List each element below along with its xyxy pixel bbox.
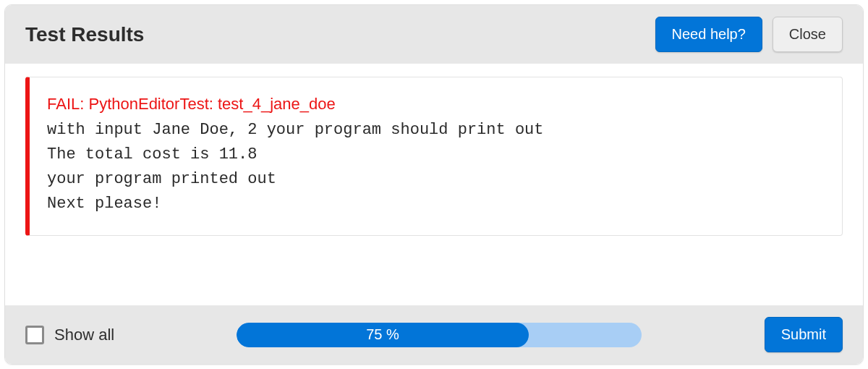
panel-body: FAIL: PythonEditorTest: test_4_jane_doe … bbox=[5, 64, 863, 305]
show-all-toggle[interactable]: Show all bbox=[25, 326, 114, 344]
footer-actions: Submit bbox=[765, 317, 843, 352]
page-title: Test Results bbox=[25, 23, 144, 46]
fail-message: with input Jane Doe, 2 your program shou… bbox=[47, 118, 825, 216]
progress-label: 75 % bbox=[366, 326, 399, 343]
progress-wrap: 75 % bbox=[132, 323, 747, 347]
fail-title: FAIL: PythonEditorTest: test_4_jane_doe bbox=[47, 92, 825, 116]
panel-footer: Show all 75 % Submit bbox=[5, 305, 863, 364]
test-results-panel: Test Results Need help? Close FAIL: Pyth… bbox=[4, 4, 864, 365]
progress-fill: 75 % bbox=[237, 323, 528, 347]
close-button[interactable]: Close bbox=[773, 17, 843, 52]
submit-button[interactable]: Submit bbox=[765, 317, 843, 352]
need-help-button[interactable]: Need help? bbox=[655, 17, 762, 52]
panel-header: Test Results Need help? Close bbox=[5, 5, 863, 64]
header-actions: Need help? Close bbox=[655, 17, 843, 52]
progress-bar: 75 % bbox=[237, 323, 642, 347]
test-result-card: FAIL: PythonEditorTest: test_4_jane_doe … bbox=[25, 77, 843, 236]
show-all-label: Show all bbox=[54, 326, 114, 344]
checkbox-icon bbox=[25, 326, 44, 344]
